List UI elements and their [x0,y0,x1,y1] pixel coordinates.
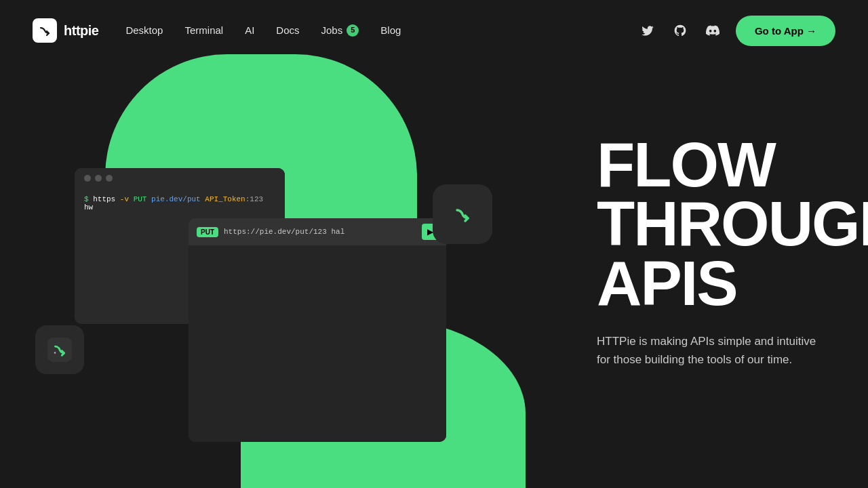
terminal-body: $ https -v PUT pie.dev/put API_Token:123… [75,188,285,218]
method-badge: PUT [197,227,218,237]
app-body [189,245,446,442]
logo-text: httpie [64,23,98,39]
github-icon[interactable] [671,21,690,40]
dot-green [106,175,113,182]
httpie-logo-large [433,184,492,244]
jobs-badge: 5 [347,24,359,36]
nav-jobs[interactable]: Jobs 5 [321,24,359,36]
dot-yellow [95,175,102,182]
hero-section: $ https -v PUT pie.dev/put API_Token:123… [0,0,868,488]
terminal-command-line: $ https -v PUT pie.dev/put API_Token:123… [84,195,275,211]
hero-headline: FLOW THROUGH APIs [597,136,827,313]
nav-left: httpie Desktop Terminal AI Docs Jobs 5 B… [33,18,401,43]
logo-icon-svg [37,23,52,38]
logo-link[interactable]: httpie [33,18,98,43]
headline-flow: FLOW [597,136,827,195]
nav-right: Go to App → [638,16,835,46]
go-to-app-button[interactable]: Go to App → [736,16,835,46]
headline-apis: APIs [597,254,827,313]
app-titlebar: PUT https://pie.dev/put/123 hal ▶ [189,218,446,245]
hero-subtext: HTTPie is making APIs simple and intuiti… [597,332,827,369]
httpie-logo-small [35,325,84,374]
nav-links: Desktop Terminal AI Docs Jobs 5 Blog [125,24,401,36]
navbar: httpie Desktop Terminal AI Docs Jobs 5 B… [0,0,868,61]
svg-rect-2 [54,352,56,353]
twitter-icon[interactable] [638,21,657,40]
nav-desktop[interactable]: Desktop [125,24,163,36]
nav-docs[interactable]: Docs [276,24,299,36]
dot-red [84,175,91,182]
hero-text-block: FLOW THROUGH APIs HTTPie is making APIs … [597,136,827,369]
nav-blog[interactable]: Blog [380,24,401,36]
headline-through: THROUGH [597,195,827,253]
terminal-titlebar [75,168,285,188]
nav-ai[interactable]: AI [245,24,254,36]
logo-icon [33,18,57,43]
app-window: PUT https://pie.dev/put/123 hal ▶ [189,218,446,442]
url-bar: https://pie.dev/put/123 hal [224,228,416,236]
httpie-logo-large-svg [448,199,477,229]
nav-terminal[interactable]: Terminal [184,24,223,36]
discord-icon[interactable] [703,21,722,40]
httpie-logo-small-svg [47,338,72,362]
